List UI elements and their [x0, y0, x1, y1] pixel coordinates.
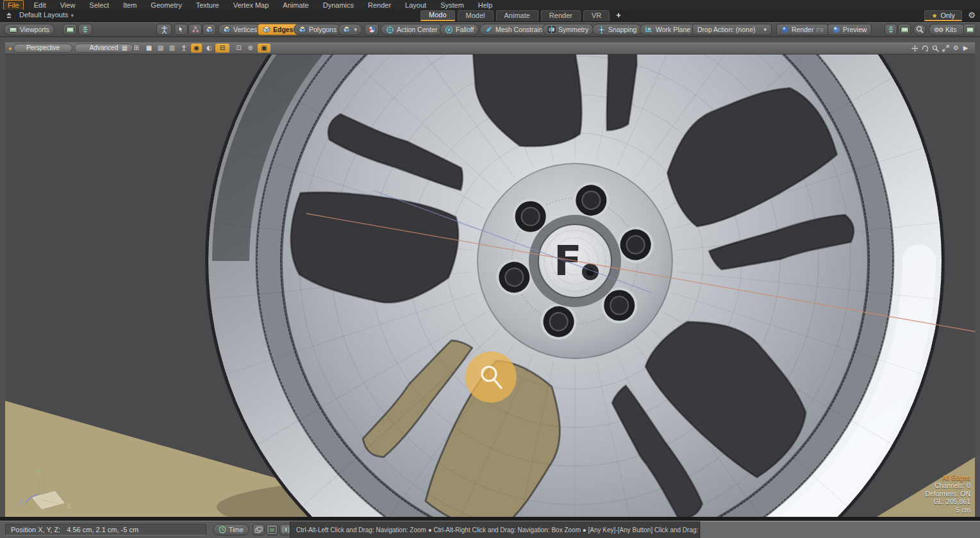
- render-label: Render: [792, 26, 813, 33]
- quad-view-icon[interactable]: ⊞: [131, 44, 142, 53]
- time-button[interactable]: Time: [213, 524, 249, 535]
- add-tab-button[interactable]: +: [612, 10, 625, 21]
- menu-edit[interactable]: Edit: [27, 1, 53, 10]
- work-plane-label: Work Plane: [656, 26, 690, 33]
- work-plane-button[interactable]: Work Plane: [640, 24, 695, 35]
- render-button[interactable]: Render F9: [776, 24, 829, 35]
- tab-vr[interactable]: VR: [583, 10, 610, 21]
- tab-animate[interactable]: Animate: [496, 10, 538, 21]
- symmetry-button[interactable]: Symmetry: [542, 24, 594, 35]
- mesh-constraint-button[interactable]: Mesh Constraint: [479, 24, 549, 35]
- zoom-tool-icon[interactable]: [931, 44, 940, 53]
- split-view-button[interactable]: [78, 24, 92, 35]
- kits-button[interactable]: ⚙⚙ Kits: [929, 24, 966, 35]
- symmetry-label: Symmetry: [558, 26, 588, 33]
- search-tools-button[interactable]: [913, 24, 926, 35]
- menu-item[interactable]: Item: [116, 1, 144, 10]
- edges-mode-button[interactable]: Edges: [258, 24, 299, 35]
- gl-polycount-readout: GL: 205,861: [925, 498, 970, 506]
- viewports-label: Viewports: [20, 26, 49, 33]
- preview-label: Preview: [843, 26, 867, 33]
- menu-vertex-map[interactable]: Vertex Map: [226, 1, 276, 10]
- viewport-3d-scene[interactable]: F Y Z X: [5, 55, 975, 517]
- menu-layout[interactable]: Layout: [398, 1, 433, 10]
- maximize-viewport-icon[interactable]: [941, 44, 951, 53]
- time-label: Time: [229, 526, 244, 534]
- selection-set-button[interactable]: [365, 24, 379, 35]
- orbit-tool-icon[interactable]: [920, 44, 930, 53]
- selection-mode-dropdown[interactable]: ▾: [338, 24, 362, 35]
- single-pane-button[interactable]: [63, 24, 77, 35]
- mesh-mode-button[interactable]: [203, 24, 216, 35]
- mesh-constraint-label: Mesh Constraint: [495, 26, 544, 33]
- monitor-icon: [9, 26, 17, 33]
- axis-x-label: X: [67, 503, 71, 510]
- tab-modo[interactable]: Modo: [420, 10, 455, 21]
- expand-view-icon[interactable]: ⊕: [245, 44, 256, 53]
- overlay-toggle-icon[interactable]: ▥: [167, 44, 178, 53]
- tab-model[interactable]: Model: [458, 10, 494, 21]
- vertices-label: Vertices: [233, 26, 257, 33]
- pan-tool-icon[interactable]: [910, 44, 920, 53]
- chevron-down-icon: ▾: [71, 12, 74, 19]
- cube-icon: [263, 26, 270, 33]
- menu-help[interactable]: Help: [471, 1, 500, 10]
- wireframe-toggle-icon[interactable]: ▨: [155, 44, 166, 53]
- viewport-3d[interactable]: Perspective Advanced ▦ ⊞ ■ ▨ ▥ ◉ ◐ ⊟ ⊡ ⊕…: [5, 42, 975, 517]
- menu-render[interactable]: Render: [361, 1, 398, 10]
- menu-animate[interactable]: Animate: [276, 1, 315, 10]
- action-center-button[interactable]: Action Center: [381, 24, 443, 35]
- onion-skin-icon[interactable]: ⊟: [215, 44, 229, 53]
- modo-window: File Edit View Select Item Geometry Text…: [0, 0, 980, 538]
- tab-render[interactable]: Render: [541, 10, 581, 21]
- action-center-icon: [386, 26, 394, 34]
- menu-texture[interactable]: Texture: [189, 1, 226, 10]
- pin-layout-icon[interactable]: [5, 12, 13, 19]
- axis-y-label: Y: [36, 469, 40, 476]
- menu-select[interactable]: Select: [82, 1, 116, 10]
- vertices-mode-button[interactable]: Vertices: [218, 24, 262, 35]
- falloff-button[interactable]: Falloff: [440, 24, 479, 35]
- pie-globe-icon: [368, 26, 376, 33]
- viewport-flyout-icon[interactable]: ▶: [961, 44, 970, 53]
- hierarchy-dots-icon: [192, 26, 199, 33]
- background-toggle-icon[interactable]: ■: [144, 44, 154, 53]
- menu-dynamics[interactable]: Dynamics: [316, 1, 361, 10]
- form-panel-button[interactable]: [266, 524, 278, 535]
- menu-system[interactable]: System: [433, 1, 471, 10]
- viewport-layout-button[interactable]: [898, 24, 911, 35]
- polygons-label: Polygons: [309, 26, 336, 33]
- hierarchy-mode-button[interactable]: [188, 24, 202, 35]
- only-toggle-button[interactable]: ★ Only: [924, 10, 962, 21]
- menu-view[interactable]: View: [53, 1, 83, 10]
- camera-view-dropdown[interactable]: Perspective: [13, 44, 72, 53]
- viewport-thumb-icon[interactable]: [9, 47, 12, 50]
- split-layout-button[interactable]: [884, 24, 897, 35]
- statusbar-right-spacer: [701, 521, 980, 538]
- clock-icon: [219, 526, 226, 534]
- viewport-options-gear-icon[interactable]: ⚙: [951, 44, 961, 53]
- default-layouts-dropdown[interactable]: Default Layouts▾: [19, 11, 74, 19]
- camera-region-icon[interactable]: ▣: [258, 44, 270, 53]
- grid-toggle-icon[interactable]: ▦: [119, 44, 130, 53]
- layers-button[interactable]: [253, 524, 265, 535]
- polygons-mode-button[interactable]: Polygons: [294, 24, 342, 35]
- layout-settings-gear-icon[interactable]: ⚙: [968, 10, 976, 20]
- preview-button[interactable]: Preview: [827, 24, 872, 35]
- viewports-button[interactable]: Viewports: [4, 24, 54, 35]
- menu-geometry[interactable]: Geometry: [144, 1, 188, 10]
- drop-action-dropdown[interactable]: Drop Action: (none) ▾: [692, 24, 772, 35]
- snapping-button[interactable]: Snapping: [592, 24, 642, 35]
- menu-file[interactable]: File: [3, 0, 24, 10]
- snapping-label: Snapping: [608, 26, 636, 33]
- auto-select-button[interactable]: [174, 24, 188, 35]
- cube-icon: [343, 26, 351, 33]
- silhouette-icon[interactable]: ◐: [204, 44, 215, 53]
- chevron-down-icon: ▾: [763, 26, 767, 33]
- show-items-icon[interactable]: [178, 44, 189, 53]
- snapping-icon: [597, 26, 606, 34]
- fullscreen-layout-button[interactable]: [963, 24, 976, 35]
- item-mode-button[interactable]: [156, 24, 172, 35]
- center-view-icon[interactable]: ⊡: [233, 44, 244, 53]
- ghost-mode-icon[interactable]: ◉: [191, 44, 202, 53]
